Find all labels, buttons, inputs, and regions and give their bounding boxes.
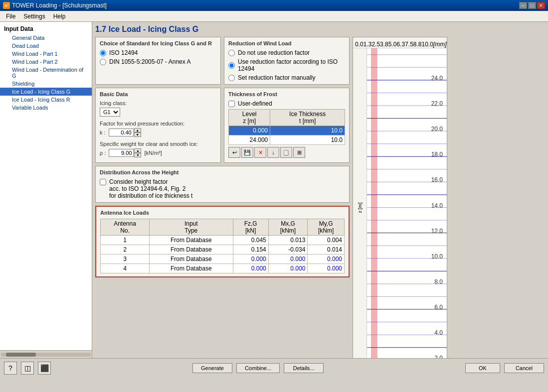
ice-table-row-2[interactable]: 24.000 10.0 [229,135,345,145]
content-area: 1.7 Ice Load - Icing Class G Choice of S… [92,22,548,358]
svg-text:4.0: 4.0 [434,329,443,336]
rho-decrement[interactable]: ▼ [134,153,141,157]
antenna-col1-header: Antenna No. [101,219,150,236]
svg-text:10.0: 10.0 [431,253,443,260]
menu-file[interactable]: File [2,12,19,21]
grid-button[interactable]: ⊞ [293,147,305,158]
svg-text:2.0: 2.0 [434,355,443,358]
antenna-4-myg: 0.000 [308,264,345,273]
antenna-2-fzg: 0.154 [233,245,268,255]
antenna-col4-header: Mx,G [kNm] [268,219,308,236]
export-button[interactable]: ⬛ [38,362,51,375]
antenna-4-fzg: 0.000 [233,264,268,273]
radio-no-reduction-input[interactable] [228,50,235,56]
antenna-1-fzg: 0.045 [233,236,268,245]
radio-iso-reduction-label: Use reduction factor according to ISO 12… [238,58,345,72]
ok-button[interactable]: OK [465,363,500,373]
k-spinner: 0.40 ▲ ▼ [109,128,141,137]
antenna-row-3[interactable]: 3 From Database 0.000 0.000 0.000 [101,255,345,264]
sidebar-item-wind-load-2[interactable]: Wind Load - Part 2 [0,58,92,66]
help-button[interactable]: ? [4,362,17,375]
reduction-radio-group: Do not use reduction factor Use reductio… [228,49,345,81]
radio-iso-reduction[interactable]: Use reduction factor according to ISO 12… [228,58,345,72]
svg-text:20.0: 20.0 [431,126,443,132]
close-button[interactable]: ✕ [537,2,545,9]
k-label: k : [100,130,106,135]
sidebar-item-ice-load-g[interactable]: Ice Load - Icing Class G [0,88,92,96]
antenna-1-no: 1 [101,236,150,245]
ice-table-container: Level z [m] Ice Thickness t [mm] [228,109,345,145]
antenna-col3-header: Fz,G [kN] [233,219,268,236]
radio-iso-reduction-input[interactable] [228,62,235,69]
sidebar-item-dead-load[interactable]: Dead Load [0,42,92,50]
sidebar-scrollbar[interactable] [1,353,91,357]
antenna-row-4[interactable]: 4 From Database 0.000 0.000 0.000 [101,264,345,273]
user-defined-checkbox[interactable]: User-defined [228,100,345,107]
sidebar-item-shielding[interactable]: Shielding [0,80,92,88]
icing-class-select[interactable]: G1 G2 G3 G4 G5 G6 [100,108,120,117]
menu-settings[interactable]: Settings [19,12,49,21]
radio-manual-reduction[interactable]: Set reduction factor manually [228,74,345,81]
visualization-panel: 0.0 1.3 2.5 3.8 5.0 6.3 7.5 8.8 10.0 [mm… [353,37,447,358]
radio-iso-12494-input[interactable] [100,50,106,56]
rho-spinner: 9.00 ▲ ▼ [109,148,141,157]
rho-unit: [kN/m³] [144,150,162,156]
save-button[interactable]: 💾 [241,147,253,158]
antenna-row-2[interactable]: 2 From Database 0.154 -0.034 0.014 [101,245,345,255]
radio-din-input[interactable] [100,59,106,65]
radio-no-reduction[interactable]: Do not use reduction factor [228,49,345,56]
sidebar-item-wind-load-g[interactable]: Wind Load - Determination of G [0,66,92,80]
undo-button[interactable]: ↩ [228,147,240,158]
antenna-4-no: 4 [101,264,150,273]
ruler-8: 10.0 [422,41,433,48]
rho-increment[interactable]: ▲ [134,148,141,153]
height-factor-input[interactable] [100,179,106,185]
ice-table-col1-header: Level z [m] [229,110,270,126]
k-decrement[interactable]: ▼ [134,132,141,137]
title-bar-title: TOWER Loading - [Schulungsmast] [12,2,107,9]
antenna-ice-loads-title: Antenna Ice Loads [100,210,345,216]
antenna-3-fzg: 0.000 [233,255,268,264]
rho-input[interactable]: 9.00 [109,149,134,157]
ruler-7: 8.8 [413,41,422,48]
height-factor-checkbox[interactable]: Consider height factoracc. to ISO 12494-… [100,178,345,199]
menu-help[interactable]: Help [49,12,70,21]
height-factor-label: Consider height factoracc. to ISO 12494-… [109,178,192,199]
antenna-row-1[interactable]: 1 From Database 0.045 0.013 0.004 [101,236,345,245]
viz-grid-area: z [m] [353,48,447,358]
antenna-ice-loads-table: Antenna No. Input Type Fz,G [kN] [100,219,345,273]
ice-table-row-1[interactable]: 0.000 10.0 [229,126,345,135]
antenna-3-mxg: 0.000 [268,255,308,264]
down-button[interactable]: ↓ [267,147,279,158]
k-input[interactable]: 0.40 [109,129,134,136]
viz-grid: 24.0 22.0 20.0 18.0 16.0 14.0 12.0 10.0 … [367,48,447,358]
user-defined-input[interactable] [228,101,235,107]
maximize-button[interactable]: □ [528,2,536,9]
details-button[interactable]: Details... [284,363,324,373]
sidebar-item-wind-load-1[interactable]: Wind Load - Part 1 [0,50,92,58]
ruler-labels: 0.0 1.3 2.5 3.8 5.0 6.3 7.5 8.8 10.0 [mm… [354,37,446,48]
generate-button[interactable]: Generate [192,363,232,373]
top-panels-row: Choice of Standard for Icing Class G and… [95,37,350,85]
radio-din[interactable]: DIN 1055-5:2005-07 - Annex A [100,58,216,65]
layout-button[interactable]: ◫ [21,362,34,375]
sidebar-item-general-data[interactable]: General Data [0,34,92,42]
antenna-ice-loads-panel: Antenna Ice Loads Antenna No. Input Ty [95,206,350,277]
cancel-button[interactable]: Cancel [504,363,544,373]
combine-button[interactable]: Combine... [236,363,280,373]
radio-iso-12494-label: ISO 12494 [109,49,138,56]
sidebar-item-variable-loads[interactable]: Variable Loads [0,104,92,112]
ruler-0: 0.0 [355,41,364,48]
svg-text:14.0: 14.0 [431,202,443,209]
sidebar-item-ice-load-r[interactable]: Ice Load - Icing Class R [0,96,92,104]
copy-button[interactable]: 📋 [280,147,292,158]
specific-weight-label: Specific weight for clear and smooth ice… [100,141,216,147]
radio-manual-reduction-input[interactable] [228,75,235,81]
delete-button[interactable]: ✕ [254,147,266,158]
radio-iso-12494[interactable]: ISO 12494 [100,49,216,56]
antenna-col5-header: My,G [kNm] [308,219,345,236]
k-increment[interactable]: ▲ [134,128,141,132]
ruler-3: 3.8 [380,41,388,48]
minimize-button[interactable]: ─ [519,2,527,9]
antenna-2-no: 2 [101,245,150,255]
